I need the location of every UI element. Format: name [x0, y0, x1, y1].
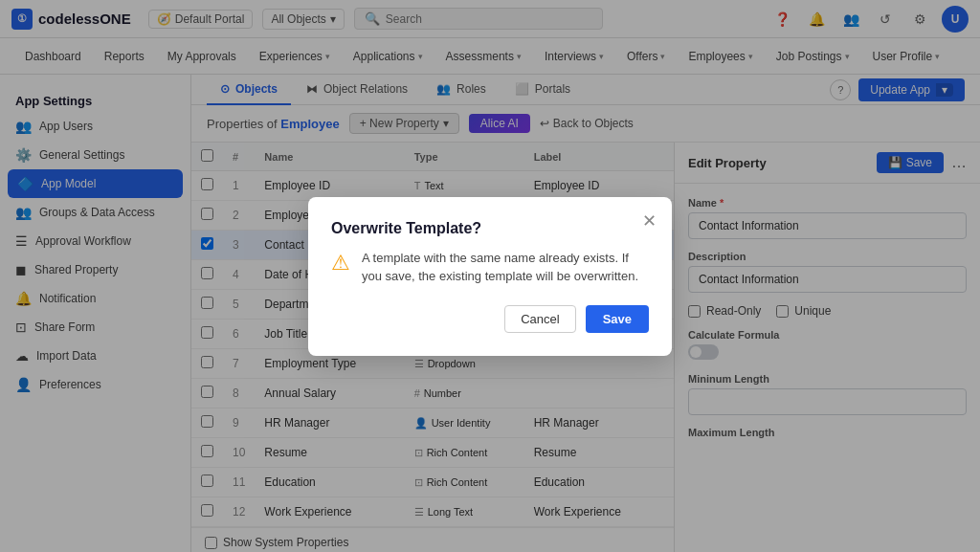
dialog-overlay[interactable]: Overwrite Template? ✕ ⚠ A template with …: [0, 0, 980, 552]
dialog-save-button[interactable]: Save: [586, 305, 649, 333]
dialog-cancel-button[interactable]: Cancel: [504, 305, 575, 333]
warning-icon: ⚠: [331, 251, 350, 286]
dialog-title: Overwrite Template?: [331, 220, 649, 237]
dialog-message: A template with the same name already ex…: [362, 249, 649, 286]
overwrite-template-dialog: Overwrite Template? ✕ ⚠ A template with …: [308, 197, 672, 356]
dialog-body: ⚠ A template with the same name already …: [331, 249, 649, 286]
dialog-close-button[interactable]: ✕: [642, 210, 657, 232]
dialog-actions: Cancel Save: [331, 305, 649, 333]
